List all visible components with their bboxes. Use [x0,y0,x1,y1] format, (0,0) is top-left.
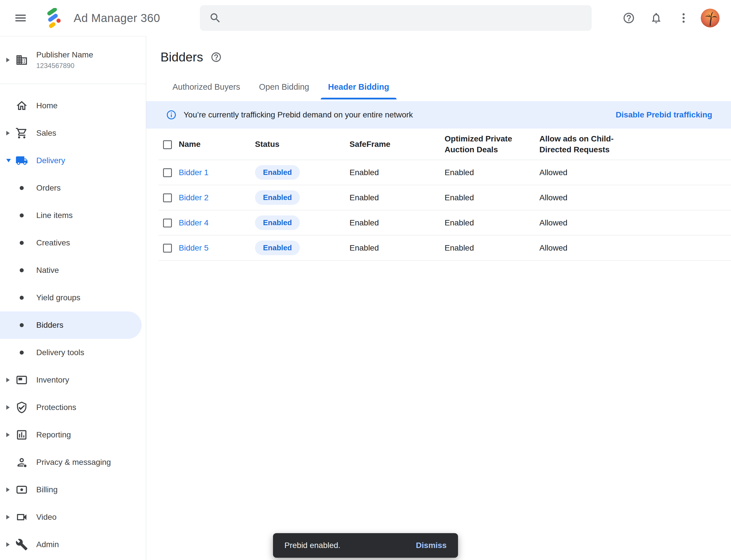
snackbar-message: Prebid enabled. [285,541,341,550]
column-header-child-directed: Allow ads on Child-Directed Requests [539,133,731,155]
sidebar-item-label: Protections [36,403,76,412]
sidebar: Publisher Name 1234567890 Home Sales [0,36,146,560]
expand-caret-icon [6,487,10,492]
person-privacy-icon [15,456,28,469]
sidebar-item-delivery-tools[interactable]: Delivery tools [0,339,142,366]
expand-caret-icon [6,515,10,519]
sidebar-item-yield-groups[interactable]: Yield groups [0,284,142,311]
safeframe-value: Enabled [350,218,444,227]
sidebar-item-reporting[interactable]: Reporting [0,421,142,449]
sidebar-item-label: Home [36,101,58,110]
child-directed-value: Allowed [539,218,731,227]
sidebar-item-label: Inventory [36,375,69,385]
sidebar-item-billing[interactable]: Billing [0,476,142,503]
bidder-link[interactable]: Bidder 2 [179,193,209,202]
column-header-optimized-private-auction-deals: Optimized Private Auction Deals [444,133,539,155]
search-input[interactable] [229,5,592,31]
safeframe-value: Enabled [350,193,444,202]
select-all-checkbox[interactable] [163,140,172,149]
delivery-truck-icon [15,154,28,167]
sidebar-item-label: Creatives [36,238,70,247]
publisher-name: Publisher Name [36,50,93,59]
bidders-table: Name Status SafeFrame Optimized Private … [159,129,731,261]
sidebar-item-label: Video [36,513,57,522]
wrench-icon [15,538,28,551]
column-header-name: Name [179,139,255,150]
prebid-info-banner: You’re currently trafficking Prebid dema… [146,101,731,129]
search-icon [209,12,222,24]
account-avatar[interactable] [701,9,720,27]
table-row: Bidder 1 Enabled Enabled Enabled Allowed [159,160,731,185]
bidder-link[interactable]: Bidder 1 [179,168,209,177]
row-checkbox[interactable] [163,193,172,202]
child-directed-value: Allowed [539,243,731,253]
sidebar-item-label: Admin [36,540,59,549]
dismiss-button[interactable]: Dismiss [416,541,446,550]
publisher-id: 1234567890 [36,62,93,70]
sidebar-item-privacy-messaging[interactable]: Privacy & messaging [0,449,142,476]
sidebar-item-label: Orders [36,183,61,193]
sidebar-item-orders[interactable]: Orders [0,174,142,202]
expand-caret-icon [6,58,10,62]
disable-prebid-trafficking-link[interactable]: Disable Prebid trafficking [616,110,712,119]
search-bar[interactable] [200,5,592,31]
payment-card-icon [15,483,28,496]
bidder-link[interactable]: Bidder 5 [179,243,209,252]
sidebar-item-line-items[interactable]: Line items [0,202,142,229]
sidebar-item-native[interactable]: Native [0,257,142,284]
snackbar: Prebid enabled. Dismiss [273,533,458,558]
bidder-link[interactable]: Bidder 4 [179,218,209,227]
sidebar-item-sales[interactable]: Sales [0,119,142,147]
expand-caret-icon [6,131,10,135]
tab-open-bidding[interactable]: Open Bidding [252,74,317,99]
row-checkbox[interactable] [163,168,172,177]
opd-value: Enabled [444,193,539,202]
expand-caret-icon [6,433,10,437]
sidebar-item-home[interactable]: Home [0,92,142,119]
table-row: Bidder 2 Enabled Enabled Enabled Allowed [159,185,731,210]
sidebar-item-label: Sales [36,129,56,138]
sidebar-item-bidders[interactable]: Bidders [0,311,142,339]
sidebar-item-label: Native [36,266,59,275]
page-help-icon[interactable] [211,51,222,63]
shopping-cart-icon [15,127,28,139]
top-app-bar: Ad Manager 360 [0,0,731,36]
bar-chart-icon [15,429,28,441]
table-row: Bidder 4 Enabled Enabled Enabled Allowed [159,210,731,235]
bullet-icon [15,182,28,194]
status-badge: Enabled [255,241,300,255]
tab-header-bidding[interactable]: Header Bidding [321,74,396,99]
table-row: Bidder 5 Enabled Enabled Enabled Allowed [159,235,731,261]
more-options-icon[interactable] [673,8,694,28]
row-checkbox[interactable] [163,244,172,253]
table-header-row: Name Status SafeFrame Optimized Private … [159,129,731,160]
bullet-icon [15,209,28,222]
sidebar-item-admin[interactable]: Admin [0,531,142,558]
hamburger-menu-icon[interactable] [7,4,34,32]
child-directed-value: Allowed [539,193,731,202]
row-checkbox[interactable] [163,219,172,227]
page-title: Bidders [161,49,203,66]
sidebar-item-protections[interactable]: Protections [0,394,142,421]
expand-caret-icon [6,542,10,547]
info-icon [166,109,177,120]
publisher-switcher[interactable]: Publisher Name 1234567890 [0,36,146,84]
notifications-bell-icon[interactable] [646,8,666,28]
app-title: Ad Manager 360 [74,12,160,25]
sidebar-item-label: Line items [36,211,73,220]
sidebar-item-label: Delivery [36,156,65,165]
bullet-icon [15,319,28,331]
help-icon[interactable] [618,8,639,28]
tab-authorized-buyers[interactable]: Authorized Buyers [165,74,248,99]
sidebar-item-creatives[interactable]: Creatives [0,229,142,257]
video-camera-icon [15,511,28,523]
main-content: Bidders Authorized Buyers Open Bidding H… [146,36,731,560]
collapse-caret-icon [6,159,11,162]
sidebar-item-video[interactable]: Video [0,503,142,531]
sidebar-nav: Home Sales Delivery Orders [0,84,146,558]
sidebar-item-label: Yield groups [36,293,81,302]
sidebar-item-inventory[interactable]: Inventory [0,366,142,394]
sidebar-item-delivery[interactable]: Delivery [0,147,142,174]
home-icon [15,99,28,112]
sidebar-item-label: Delivery tools [36,348,84,357]
